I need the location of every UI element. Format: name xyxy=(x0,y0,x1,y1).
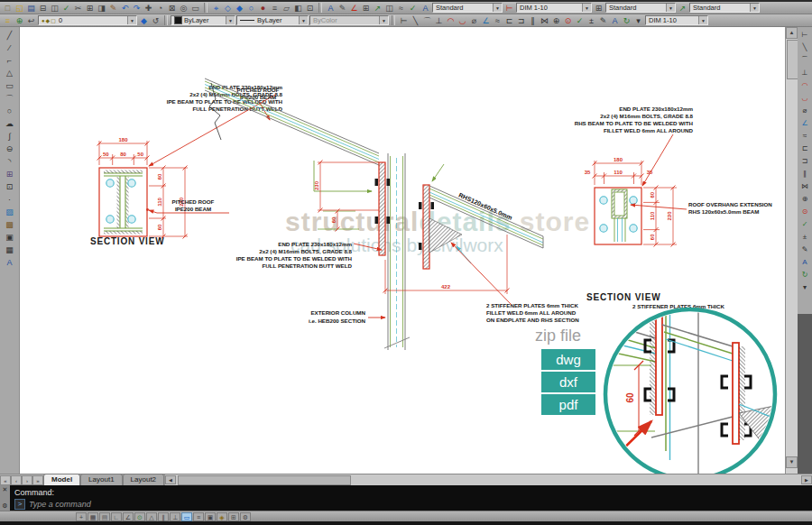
make-block-icon[interactable]: ⊡ xyxy=(3,180,17,193)
polygon-icon[interactable]: △ xyxy=(3,67,17,79)
aligned-dimension-icon[interactable]: ╲ xyxy=(410,15,421,26)
table-icon[interactable]: ▦ xyxy=(3,244,17,256)
properties-icon[interactable]: ▭ xyxy=(189,3,201,14)
workspace-icon[interactable]: ▱ xyxy=(281,3,292,14)
linear-dimension-icon[interactable]: ⊢ xyxy=(398,15,410,26)
jogged-dimension-icon[interactable]: ◡ xyxy=(457,15,468,26)
dimension-inspect-icon[interactable]: ✓ xyxy=(798,218,811,231)
viewport-icon[interactable]: ◧ xyxy=(292,3,304,14)
arc-icon[interactable]: ⌒ xyxy=(3,92,17,105)
jogged-linear-icon[interactable]: ± xyxy=(798,231,811,244)
paste-icon[interactable]: ◨ xyxy=(96,3,107,14)
linetype-manager-icon[interactable]: ≈ xyxy=(395,3,407,14)
gradient-icon[interactable]: ▩ xyxy=(3,218,17,231)
object-snap-icon[interactable]: ⊙ xyxy=(134,512,145,521)
dxf-badge[interactable]: dxf xyxy=(541,372,595,394)
aligned-dimension-icon[interactable]: ╲ xyxy=(798,41,811,54)
quick-properties-icon[interactable]: ◈ xyxy=(217,512,227,521)
table-style-icon[interactable]: ⊞ xyxy=(360,3,372,14)
revision-cloud-icon[interactable]: ☁ xyxy=(3,117,17,130)
dim-style-control-icon[interactable]: ▾ xyxy=(632,15,644,26)
angular-dimension-icon[interactable]: ∠ xyxy=(480,15,492,26)
text-style-preview-icon[interactable]: A xyxy=(420,3,431,14)
dimension-edit-icon[interactable]: ✎ xyxy=(798,244,811,256)
new-layer-icon[interactable]: ⊕ xyxy=(14,15,25,26)
linear-dimension-icon[interactable]: ⊢ xyxy=(798,29,811,41)
layer-states-icon[interactable]: ≡ xyxy=(269,3,281,14)
transparency-icon[interactable]: ▣ xyxy=(205,512,216,521)
named-views-icon[interactable]: ◇ xyxy=(222,3,234,14)
arc-length-icon[interactable]: ⌒ xyxy=(421,15,433,26)
grid-display-icon[interactable]: ▤ xyxy=(99,512,110,521)
polar-tracking-icon[interactable]: ∠ xyxy=(123,512,134,521)
dimension-space-icon[interactable]: ∥ xyxy=(798,168,811,180)
quick-dimension-icon[interactable]: ≈ xyxy=(798,130,811,143)
chevron-down-icon[interactable]: ▼ xyxy=(127,16,136,24)
mtext-icon[interactable]: A xyxy=(3,256,17,269)
dimension-edit-icon[interactable]: ✎ xyxy=(597,15,609,26)
dwg-badge[interactable]: dwg xyxy=(541,349,595,372)
dimension-inspect-icon[interactable]: ✓ xyxy=(574,15,586,26)
ordinate-dimension-icon[interactable]: ⊥ xyxy=(433,15,445,26)
hatch-icon[interactable]: ▨ xyxy=(3,206,17,218)
zoom-realtime-icon[interactable]: ◔ xyxy=(154,3,166,14)
annotation-monitor-icon[interactable]: ⚙ xyxy=(240,512,251,521)
chevron-down-icon[interactable]: ▼ xyxy=(582,4,591,12)
spell-icon[interactable]: ✓ xyxy=(60,3,72,14)
dynamic-ucs-icon[interactable]: ⊥ xyxy=(170,512,180,521)
tolerance-icon[interactable]: ⊕ xyxy=(550,15,562,26)
diameter-dimension-icon[interactable]: ⌀ xyxy=(798,105,811,117)
text-style-icon[interactable]: A xyxy=(325,3,337,14)
chevron-down-icon[interactable]: ▼ xyxy=(666,4,675,12)
command-window[interactable]: ✕ ⚙ Command: > Type a command xyxy=(0,485,812,511)
line-icon[interactable]: ╱ xyxy=(3,29,17,41)
dimension-space-icon[interactable]: ∥ xyxy=(527,15,539,26)
dimension-break-icon[interactable]: ⋈ xyxy=(539,15,550,26)
dynamic-input-icon[interactable]: ▭ xyxy=(181,512,192,521)
dimension-update-icon[interactable]: ↻ xyxy=(798,269,811,281)
gear-icon[interactable]: ⚙ xyxy=(2,502,7,510)
redo-icon[interactable]: ↷ xyxy=(131,3,143,14)
mleader-style-icon[interactable]: ↗ xyxy=(372,3,383,14)
scroll-right-icon[interactable]: ▶ xyxy=(801,475,812,484)
layer-match-icon[interactable]: ↺ xyxy=(150,15,161,26)
continue-dimension-icon[interactable]: ⊐ xyxy=(798,155,811,168)
mleader-style-preview-icon[interactable]: ↗ xyxy=(677,3,688,14)
dimension-break-icon[interactable]: ⋈ xyxy=(798,180,811,193)
horizontal-scrollbar[interactable]: ◀ ▶ xyxy=(164,474,812,485)
jogged-linear-icon[interactable]: ± xyxy=(586,15,597,26)
render-icon[interactable]: ● xyxy=(257,3,269,14)
3d-views-icon[interactable]: ◆ xyxy=(234,3,245,14)
chevron-down-icon[interactable]: ▼ xyxy=(493,4,502,12)
horizontal-scroll-thumb[interactable] xyxy=(178,475,351,485)
tolerance-icon[interactable]: ⊕ xyxy=(798,193,811,206)
table-style-preview-icon[interactable]: ⊞ xyxy=(593,3,604,14)
scroll-down-icon[interactable]: ▼ xyxy=(786,456,798,468)
tab-layout2[interactable]: Layout2 xyxy=(123,474,164,485)
chevron-down-icon[interactable]: ▼ xyxy=(299,16,308,24)
ellipse-icon[interactable]: ⊖ xyxy=(3,143,17,155)
jogged-dimension-icon[interactable]: ◡ xyxy=(798,92,811,105)
baseline-dimension-icon[interactable]: ⊏ xyxy=(503,15,515,26)
match-properties-icon[interactable]: ✎ xyxy=(107,3,119,14)
arc-length-icon[interactable]: ⌒ xyxy=(798,54,811,67)
color-combo[interactable]: ByLayer▼ xyxy=(171,15,235,25)
region-icon[interactable]: ▣ xyxy=(3,231,17,244)
snap-mode-icon[interactable]: ▦ xyxy=(88,512,98,521)
dimension-update-icon[interactable]: ↻ xyxy=(621,15,632,26)
standards-icon[interactable]: ✓ xyxy=(407,3,419,14)
radius-dimension-icon[interactable]: ◠ xyxy=(445,15,457,26)
undo-icon[interactable]: ↶ xyxy=(119,3,131,14)
scroll-left-icon[interactable]: ◀ xyxy=(165,475,176,484)
baseline-dimension-icon[interactable]: ⊏ xyxy=(798,143,811,155)
ortho-mode-icon[interactable]: ∟ xyxy=(111,512,122,521)
view-manager-icon[interactable]: ⊡ xyxy=(304,3,316,14)
save-icon[interactable]: ▤ xyxy=(25,3,37,14)
prev-tab-icon[interactable]: ‹ xyxy=(11,475,22,485)
ucs-icon[interactable]: ⌖ xyxy=(210,3,222,14)
dimension-text-edit-icon[interactable]: A xyxy=(609,15,621,26)
continue-dimension-icon[interactable]: ⊐ xyxy=(515,15,527,26)
selection-cycling-icon[interactable]: ⊞ xyxy=(228,512,239,521)
layer-previous-icon[interactable]: ↩ xyxy=(25,15,37,26)
quick-dimension-icon[interactable]: ≈ xyxy=(492,15,503,26)
